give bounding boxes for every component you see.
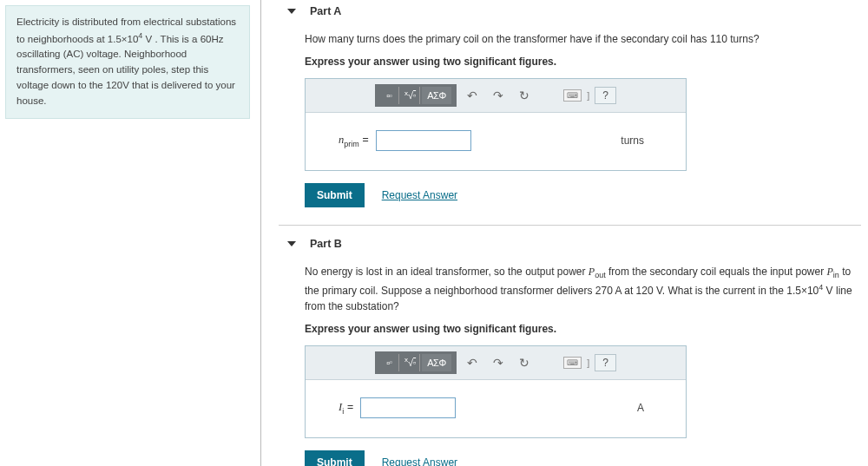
- part-a-title: Part A: [310, 5, 341, 17]
- part-a-toolbar: ▫▫ x√▫ ΑΣΦ ↶ ↷ ↻ ⌨ ] ?: [306, 79, 686, 113]
- part-a-unit: turns: [621, 135, 644, 147]
- part-a-submit-button[interactable]: Submit: [305, 183, 365, 207]
- part-b-input[interactable]: [360, 397, 456, 418]
- caret-down-icon: [287, 9, 296, 14]
- part-a-instruction: Express your answer using two significan…: [305, 56, 861, 68]
- template-icon[interactable]: ▫▫: [380, 87, 399, 104]
- keyboard-icon[interactable]: ⌨: [563, 357, 582, 369]
- reset-icon[interactable]: ↻: [514, 89, 535, 102]
- help-icon[interactable]: ?: [595, 87, 616, 104]
- part-b-toolbar: ▫▫ x√▫ ΑΣΦ ↶ ↷ ↻ ⌨ ] ?: [306, 346, 686, 380]
- part-b-header[interactable]: Part B: [287, 238, 861, 250]
- part-divider: [279, 225, 861, 226]
- part-b-submit-button[interactable]: Submit: [305, 450, 365, 466]
- undo-icon[interactable]: ↶: [462, 89, 483, 102]
- part-a: Part A How many turns does the primary c…: [287, 5, 861, 207]
- reset-icon[interactable]: ↻: [514, 356, 535, 370]
- part-b-question: No energy is lost in an ideal transforme…: [305, 264, 861, 314]
- sqrt-icon[interactable]: x√▫: [401, 354, 420, 371]
- part-b: Part B No energy is lost in an ideal tra…: [287, 238, 861, 466]
- greek-icon[interactable]: ΑΣΦ: [422, 87, 451, 104]
- problem-statement: Electricity is distributed from electric…: [5, 5, 250, 119]
- part-a-answer-panel: ▫▫ x√▫ ΑΣΦ ↶ ↷ ↻ ⌨ ] ? nprim =: [305, 78, 687, 171]
- part-b-instruction: Express your answer using two significan…: [305, 323, 861, 335]
- part-b-unit: A: [637, 402, 644, 414]
- sqrt-icon[interactable]: x√▫: [401, 87, 420, 104]
- part-a-request-answer[interactable]: Request Answer: [382, 189, 457, 201]
- part-b-variable: Ii =: [339, 401, 353, 416]
- help-icon[interactable]: ?: [595, 354, 616, 371]
- redo-icon[interactable]: ↷: [488, 89, 509, 102]
- part-b-title: Part B: [310, 238, 342, 250]
- part-a-question: How many turns does the primary coil on …: [305, 31, 861, 47]
- undo-icon[interactable]: ↶: [462, 356, 483, 370]
- greek-icon[interactable]: ΑΣΦ: [422, 354, 451, 371]
- template-icon[interactable]: ▫▫: [380, 354, 399, 371]
- part-a-input[interactable]: [376, 130, 471, 151]
- keyboard-icon[interactable]: ⌨: [563, 89, 582, 102]
- part-a-header[interactable]: Part A: [287, 5, 861, 17]
- part-b-answer-panel: ▫▫ x√▫ ΑΣΦ ↶ ↷ ↻ ⌨ ] ? Ii =: [305, 345, 687, 438]
- part-a-variable: nprim =: [339, 134, 369, 148]
- part-b-request-answer[interactable]: Request Answer: [382, 456, 457, 466]
- redo-icon[interactable]: ↷: [488, 356, 509, 370]
- caret-down-icon: [287, 241, 296, 246]
